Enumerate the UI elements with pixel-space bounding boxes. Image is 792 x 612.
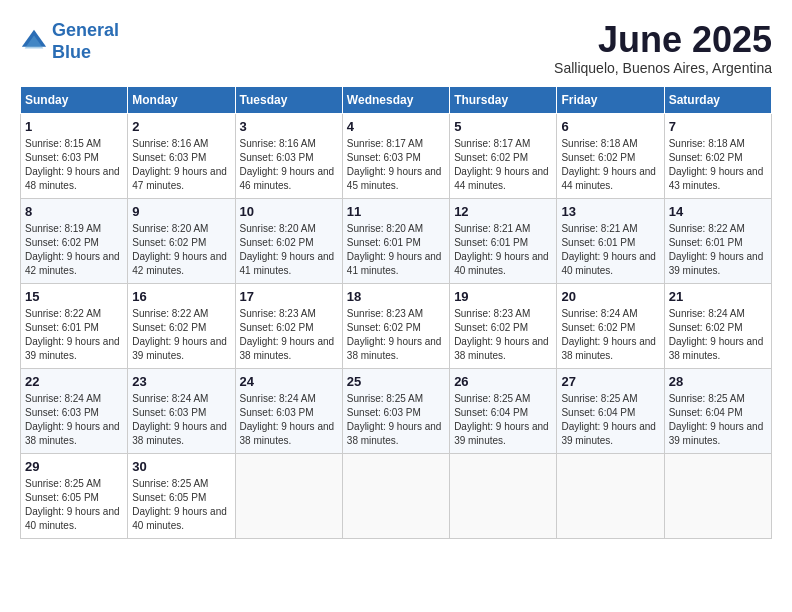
day-detail: Sunrise: 8:20 AMSunset: 6:01 PMDaylight:… bbox=[347, 222, 445, 278]
day-cell bbox=[235, 453, 342, 538]
day-number: 17 bbox=[240, 289, 338, 304]
day-number: 22 bbox=[25, 374, 123, 389]
day-detail: Sunrise: 8:18 AMSunset: 6:02 PMDaylight:… bbox=[669, 137, 767, 193]
week-row-2: 8Sunrise: 8:19 AMSunset: 6:02 PMDaylight… bbox=[21, 198, 772, 283]
day-number: 16 bbox=[132, 289, 230, 304]
day-cell: 23Sunrise: 8:24 AMSunset: 6:03 PMDayligh… bbox=[128, 368, 235, 453]
logo-icon bbox=[20, 28, 48, 56]
day-detail: Sunrise: 8:20 AMSunset: 6:02 PMDaylight:… bbox=[132, 222, 230, 278]
month-title: June 2025 bbox=[554, 20, 772, 60]
header-cell-tuesday: Tuesday bbox=[235, 86, 342, 113]
day-cell: 19Sunrise: 8:23 AMSunset: 6:02 PMDayligh… bbox=[450, 283, 557, 368]
day-cell: 25Sunrise: 8:25 AMSunset: 6:03 PMDayligh… bbox=[342, 368, 449, 453]
day-cell: 7Sunrise: 8:18 AMSunset: 6:02 PMDaylight… bbox=[664, 113, 771, 198]
day-detail: Sunrise: 8:21 AMSunset: 6:01 PMDaylight:… bbox=[561, 222, 659, 278]
day-cell: 17Sunrise: 8:23 AMSunset: 6:02 PMDayligh… bbox=[235, 283, 342, 368]
week-row-4: 22Sunrise: 8:24 AMSunset: 6:03 PMDayligh… bbox=[21, 368, 772, 453]
day-cell: 29Sunrise: 8:25 AMSunset: 6:05 PMDayligh… bbox=[21, 453, 128, 538]
day-cell: 4Sunrise: 8:17 AMSunset: 6:03 PMDaylight… bbox=[342, 113, 449, 198]
day-cell: 3Sunrise: 8:16 AMSunset: 6:03 PMDaylight… bbox=[235, 113, 342, 198]
logo-line1: General bbox=[52, 20, 119, 40]
day-cell: 6Sunrise: 8:18 AMSunset: 6:02 PMDaylight… bbox=[557, 113, 664, 198]
day-detail: Sunrise: 8:16 AMSunset: 6:03 PMDaylight:… bbox=[132, 137, 230, 193]
day-cell: 20Sunrise: 8:24 AMSunset: 6:02 PMDayligh… bbox=[557, 283, 664, 368]
day-number: 28 bbox=[669, 374, 767, 389]
day-cell bbox=[450, 453, 557, 538]
day-cell: 30Sunrise: 8:25 AMSunset: 6:05 PMDayligh… bbox=[128, 453, 235, 538]
week-row-3: 15Sunrise: 8:22 AMSunset: 6:01 PMDayligh… bbox=[21, 283, 772, 368]
day-cell: 9Sunrise: 8:20 AMSunset: 6:02 PMDaylight… bbox=[128, 198, 235, 283]
day-cell: 13Sunrise: 8:21 AMSunset: 6:01 PMDayligh… bbox=[557, 198, 664, 283]
day-cell: 12Sunrise: 8:21 AMSunset: 6:01 PMDayligh… bbox=[450, 198, 557, 283]
day-detail: Sunrise: 8:17 AMSunset: 6:02 PMDaylight:… bbox=[454, 137, 552, 193]
day-cell: 27Sunrise: 8:25 AMSunset: 6:04 PMDayligh… bbox=[557, 368, 664, 453]
day-number: 9 bbox=[132, 204, 230, 219]
day-number: 30 bbox=[132, 459, 230, 474]
day-number: 21 bbox=[669, 289, 767, 304]
header-cell-friday: Friday bbox=[557, 86, 664, 113]
day-cell: 5Sunrise: 8:17 AMSunset: 6:02 PMDaylight… bbox=[450, 113, 557, 198]
day-cell: 24Sunrise: 8:24 AMSunset: 6:03 PMDayligh… bbox=[235, 368, 342, 453]
week-row-5: 29Sunrise: 8:25 AMSunset: 6:05 PMDayligh… bbox=[21, 453, 772, 538]
day-detail: Sunrise: 8:16 AMSunset: 6:03 PMDaylight:… bbox=[240, 137, 338, 193]
day-detail: Sunrise: 8:25 AMSunset: 6:05 PMDaylight:… bbox=[25, 477, 123, 533]
day-cell: 18Sunrise: 8:23 AMSunset: 6:02 PMDayligh… bbox=[342, 283, 449, 368]
day-cell bbox=[664, 453, 771, 538]
day-cell: 28Sunrise: 8:25 AMSunset: 6:04 PMDayligh… bbox=[664, 368, 771, 453]
day-cell: 11Sunrise: 8:20 AMSunset: 6:01 PMDayligh… bbox=[342, 198, 449, 283]
day-number: 5 bbox=[454, 119, 552, 134]
day-cell: 15Sunrise: 8:22 AMSunset: 6:01 PMDayligh… bbox=[21, 283, 128, 368]
title-area: June 2025 Salliquelo, Buenos Aires, Arge… bbox=[554, 20, 772, 76]
day-cell: 14Sunrise: 8:22 AMSunset: 6:01 PMDayligh… bbox=[664, 198, 771, 283]
day-number: 23 bbox=[132, 374, 230, 389]
day-detail: Sunrise: 8:20 AMSunset: 6:02 PMDaylight:… bbox=[240, 222, 338, 278]
day-cell: 1Sunrise: 8:15 AMSunset: 6:03 PMDaylight… bbox=[21, 113, 128, 198]
day-cell: 22Sunrise: 8:24 AMSunset: 6:03 PMDayligh… bbox=[21, 368, 128, 453]
day-detail: Sunrise: 8:25 AMSunset: 6:04 PMDaylight:… bbox=[561, 392, 659, 448]
day-detail: Sunrise: 8:24 AMSunset: 6:02 PMDaylight:… bbox=[561, 307, 659, 363]
header-cell-wednesday: Wednesday bbox=[342, 86, 449, 113]
day-number: 6 bbox=[561, 119, 659, 134]
day-detail: Sunrise: 8:22 AMSunset: 6:02 PMDaylight:… bbox=[132, 307, 230, 363]
day-cell: 8Sunrise: 8:19 AMSunset: 6:02 PMDaylight… bbox=[21, 198, 128, 283]
day-detail: Sunrise: 8:24 AMSunset: 6:02 PMDaylight:… bbox=[669, 307, 767, 363]
day-cell: 16Sunrise: 8:22 AMSunset: 6:02 PMDayligh… bbox=[128, 283, 235, 368]
calendar-header: SundayMondayTuesdayWednesdayThursdayFrid… bbox=[21, 86, 772, 113]
calendar-body: 1Sunrise: 8:15 AMSunset: 6:03 PMDaylight… bbox=[21, 113, 772, 538]
day-number: 8 bbox=[25, 204, 123, 219]
day-detail: Sunrise: 8:18 AMSunset: 6:02 PMDaylight:… bbox=[561, 137, 659, 193]
day-number: 26 bbox=[454, 374, 552, 389]
header-cell-saturday: Saturday bbox=[664, 86, 771, 113]
day-detail: Sunrise: 8:15 AMSunset: 6:03 PMDaylight:… bbox=[25, 137, 123, 193]
day-detail: Sunrise: 8:25 AMSunset: 6:03 PMDaylight:… bbox=[347, 392, 445, 448]
day-number: 18 bbox=[347, 289, 445, 304]
day-number: 11 bbox=[347, 204, 445, 219]
day-number: 25 bbox=[347, 374, 445, 389]
day-detail: Sunrise: 8:22 AMSunset: 6:01 PMDaylight:… bbox=[669, 222, 767, 278]
day-detail: Sunrise: 8:22 AMSunset: 6:01 PMDaylight:… bbox=[25, 307, 123, 363]
header: General Blue June 2025 Salliquelo, Bueno… bbox=[20, 20, 772, 76]
day-number: 15 bbox=[25, 289, 123, 304]
day-number: 13 bbox=[561, 204, 659, 219]
day-cell bbox=[557, 453, 664, 538]
day-detail: Sunrise: 8:25 AMSunset: 6:04 PMDaylight:… bbox=[454, 392, 552, 448]
header-cell-thursday: Thursday bbox=[450, 86, 557, 113]
day-detail: Sunrise: 8:24 AMSunset: 6:03 PMDaylight:… bbox=[132, 392, 230, 448]
day-cell bbox=[342, 453, 449, 538]
day-detail: Sunrise: 8:24 AMSunset: 6:03 PMDaylight:… bbox=[25, 392, 123, 448]
subtitle: Salliquelo, Buenos Aires, Argentina bbox=[554, 60, 772, 76]
header-cell-sunday: Sunday bbox=[21, 86, 128, 113]
day-number: 10 bbox=[240, 204, 338, 219]
day-detail: Sunrise: 8:19 AMSunset: 6:02 PMDaylight:… bbox=[25, 222, 123, 278]
day-number: 3 bbox=[240, 119, 338, 134]
day-detail: Sunrise: 8:25 AMSunset: 6:04 PMDaylight:… bbox=[669, 392, 767, 448]
day-cell: 10Sunrise: 8:20 AMSunset: 6:02 PMDayligh… bbox=[235, 198, 342, 283]
day-number: 12 bbox=[454, 204, 552, 219]
day-cell: 2Sunrise: 8:16 AMSunset: 6:03 PMDaylight… bbox=[128, 113, 235, 198]
day-detail: Sunrise: 8:23 AMSunset: 6:02 PMDaylight:… bbox=[454, 307, 552, 363]
day-number: 19 bbox=[454, 289, 552, 304]
day-detail: Sunrise: 8:23 AMSunset: 6:02 PMDaylight:… bbox=[240, 307, 338, 363]
day-cell: 26Sunrise: 8:25 AMSunset: 6:04 PMDayligh… bbox=[450, 368, 557, 453]
calendar-table: SundayMondayTuesdayWednesdayThursdayFrid… bbox=[20, 86, 772, 539]
day-detail: Sunrise: 8:21 AMSunset: 6:01 PMDaylight:… bbox=[454, 222, 552, 278]
